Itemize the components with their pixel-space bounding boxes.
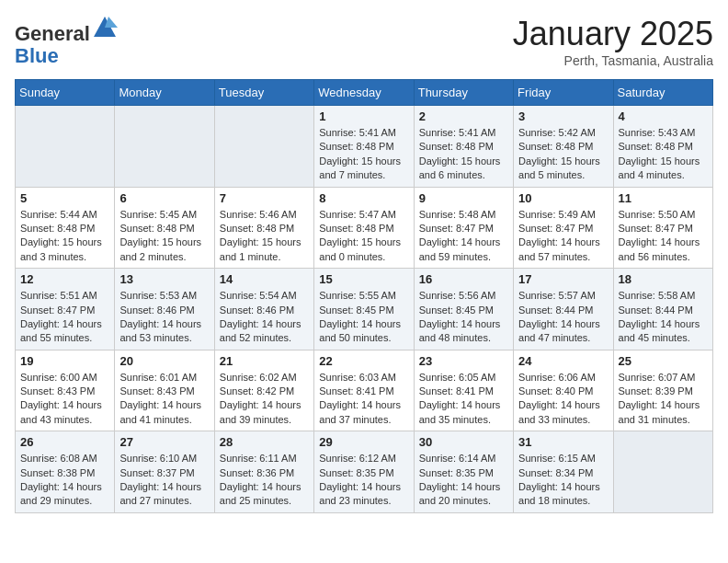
day-info: Sunrise: 5:54 AMSunset: 8:46 PMDaylight:… (220, 289, 309, 346)
svg-marker-1 (105, 17, 118, 28)
day-cell: 30Sunrise: 6:14 AMSunset: 8:35 PMDayligh… (414, 431, 513, 513)
day-number: 11 (619, 191, 708, 205)
week-row-2: 5Sunrise: 5:44 AMSunset: 8:48 PMDaylight… (16, 187, 713, 269)
day-info: Sunrise: 6:06 AMSunset: 8:40 PMDaylight:… (518, 371, 608, 428)
day-number: 14 (220, 272, 309, 286)
day-header-friday: Friday (514, 80, 613, 106)
day-info: Sunrise: 6:03 AMSunset: 8:41 PMDaylight:… (319, 371, 408, 428)
day-header-tuesday: Tuesday (214, 80, 313, 106)
day-header-saturday: Saturday (613, 80, 712, 106)
day-number: 4 (619, 109, 708, 123)
day-cell: 22Sunrise: 6:03 AMSunset: 8:41 PMDayligh… (314, 350, 414, 431)
day-number: 17 (518, 272, 608, 286)
day-info: Sunrise: 6:11 AMSunset: 8:36 PMDaylight:… (220, 452, 309, 509)
day-number: 30 (419, 435, 508, 449)
day-number: 1 (319, 109, 408, 123)
day-header-thursday: Thursday (414, 80, 513, 106)
day-cell: 13Sunrise: 5:53 AMSunset: 8:46 PMDayligh… (115, 269, 214, 350)
logo: General Blue (15, 15, 118, 67)
day-info: Sunrise: 5:45 AMSunset: 8:48 PMDaylight:… (119, 208, 209, 265)
day-cell: 20Sunrise: 6:01 AMSunset: 8:43 PMDayligh… (115, 350, 214, 431)
day-number: 27 (119, 435, 209, 449)
week-row-1: 1Sunrise: 5:41 AMSunset: 8:48 PMDaylight… (16, 106, 713, 188)
month-title: January 2025 (513, 15, 713, 53)
day-info: Sunrise: 5:51 AMSunset: 8:47 PMDaylight:… (20, 289, 109, 346)
day-info: Sunrise: 6:08 AMSunset: 8:38 PMDaylight:… (20, 452, 109, 509)
day-cell: 11Sunrise: 5:50 AMSunset: 8:47 PMDayligh… (613, 187, 712, 269)
day-info: Sunrise: 5:55 AMSunset: 8:45 PMDaylight:… (319, 289, 408, 346)
day-header-monday: Monday (115, 80, 214, 106)
day-number: 19 (20, 354, 109, 368)
day-info: Sunrise: 5:56 AMSunset: 8:45 PMDaylight:… (419, 289, 508, 346)
day-cell: 16Sunrise: 5:56 AMSunset: 8:45 PMDayligh… (414, 269, 513, 350)
day-number: 29 (319, 435, 408, 449)
day-info: Sunrise: 6:15 AMSunset: 8:34 PMDaylight:… (518, 452, 608, 509)
day-info: Sunrise: 6:10 AMSunset: 8:37 PMDaylight:… (119, 452, 209, 509)
day-number: 5 (20, 191, 109, 205)
day-cell (16, 106, 115, 188)
day-info: Sunrise: 5:48 AMSunset: 8:47 PMDaylight:… (419, 208, 508, 265)
day-number: 31 (518, 435, 608, 449)
day-number: 2 (419, 109, 508, 123)
day-number: 25 (619, 354, 708, 368)
day-cell: 31Sunrise: 6:15 AMSunset: 8:34 PMDayligh… (514, 431, 613, 513)
day-info: Sunrise: 5:42 AMSunset: 8:48 PMDaylight:… (518, 126, 608, 183)
day-cell: 19Sunrise: 6:00 AMSunset: 8:43 PMDayligh… (16, 350, 115, 431)
day-number: 6 (119, 191, 209, 205)
day-number: 8 (319, 191, 408, 205)
day-info: Sunrise: 5:58 AMSunset: 8:44 PMDaylight:… (619, 289, 708, 346)
day-number: 26 (20, 435, 109, 449)
day-number: 22 (319, 354, 408, 368)
calendar-table: SundayMondayTuesdayWednesdayThursdayFrid… (15, 79, 713, 513)
day-header-sunday: Sunday (16, 80, 115, 106)
day-info: Sunrise: 5:50 AMSunset: 8:47 PMDaylight:… (619, 208, 708, 265)
day-number: 7 (220, 191, 309, 205)
day-number: 23 (419, 354, 508, 368)
days-header-row: SundayMondayTuesdayWednesdayThursdayFrid… (16, 80, 713, 106)
day-cell: 28Sunrise: 6:11 AMSunset: 8:36 PMDayligh… (214, 431, 313, 513)
day-info: Sunrise: 5:47 AMSunset: 8:48 PMDaylight:… (319, 208, 408, 265)
day-info: Sunrise: 5:43 AMSunset: 8:48 PMDaylight:… (619, 126, 708, 183)
day-cell: 6Sunrise: 5:45 AMSunset: 8:48 PMDaylight… (115, 187, 214, 269)
day-info: Sunrise: 6:12 AMSunset: 8:35 PMDaylight:… (319, 452, 408, 509)
day-cell: 26Sunrise: 6:08 AMSunset: 8:38 PMDayligh… (16, 431, 115, 513)
day-cell: 7Sunrise: 5:46 AMSunset: 8:48 PMDaylight… (214, 187, 313, 269)
day-cell: 15Sunrise: 5:55 AMSunset: 8:45 PMDayligh… (314, 269, 414, 350)
day-number: 9 (419, 191, 508, 205)
day-cell: 4Sunrise: 5:43 AMSunset: 8:48 PMDaylight… (613, 106, 712, 188)
day-info: Sunrise: 6:07 AMSunset: 8:39 PMDaylight:… (619, 371, 708, 428)
day-cell: 1Sunrise: 5:41 AMSunset: 8:48 PMDaylight… (314, 106, 414, 188)
day-info: Sunrise: 5:41 AMSunset: 8:48 PMDaylight:… (319, 126, 408, 183)
day-cell: 2Sunrise: 5:41 AMSunset: 8:48 PMDaylight… (414, 106, 513, 188)
logo-icon (92, 15, 118, 40)
week-row-4: 19Sunrise: 6:00 AMSunset: 8:43 PMDayligh… (16, 350, 713, 431)
day-info: Sunrise: 5:57 AMSunset: 8:44 PMDaylight:… (518, 289, 608, 346)
day-cell: 10Sunrise: 5:49 AMSunset: 8:47 PMDayligh… (514, 187, 613, 269)
day-number: 3 (518, 109, 608, 123)
day-info: Sunrise: 5:44 AMSunset: 8:48 PMDaylight:… (20, 208, 109, 265)
day-number: 20 (119, 354, 209, 368)
day-number: 28 (220, 435, 309, 449)
day-info: Sunrise: 6:00 AMSunset: 8:43 PMDaylight:… (20, 371, 109, 428)
day-cell: 29Sunrise: 6:12 AMSunset: 8:35 PMDayligh… (314, 431, 414, 513)
day-number: 18 (619, 272, 708, 286)
day-cell: 9Sunrise: 5:48 AMSunset: 8:47 PMDaylight… (414, 187, 513, 269)
day-number: 21 (220, 354, 309, 368)
day-number: 24 (518, 354, 608, 368)
day-number: 13 (119, 272, 209, 286)
day-number: 15 (319, 272, 408, 286)
day-cell: 18Sunrise: 5:58 AMSunset: 8:44 PMDayligh… (613, 269, 712, 350)
location: Perth, Tasmania, Australia (513, 53, 713, 68)
day-info: Sunrise: 5:46 AMSunset: 8:48 PMDaylight:… (220, 208, 309, 265)
day-info: Sunrise: 5:41 AMSunset: 8:48 PMDaylight:… (419, 126, 508, 183)
day-number: 10 (518, 191, 608, 205)
day-cell: 3Sunrise: 5:42 AMSunset: 8:48 PMDaylight… (514, 106, 613, 188)
week-row-3: 12Sunrise: 5:51 AMSunset: 8:47 PMDayligh… (16, 269, 713, 350)
week-row-5: 26Sunrise: 6:08 AMSunset: 8:38 PMDayligh… (16, 431, 713, 513)
day-cell: 14Sunrise: 5:54 AMSunset: 8:46 PMDayligh… (214, 269, 313, 350)
day-number: 16 (419, 272, 508, 286)
day-cell (214, 106, 313, 188)
day-info: Sunrise: 5:49 AMSunset: 8:47 PMDaylight:… (518, 208, 608, 265)
day-cell: 8Sunrise: 5:47 AMSunset: 8:48 PMDaylight… (314, 187, 414, 269)
day-cell: 23Sunrise: 6:05 AMSunset: 8:41 PMDayligh… (414, 350, 513, 431)
